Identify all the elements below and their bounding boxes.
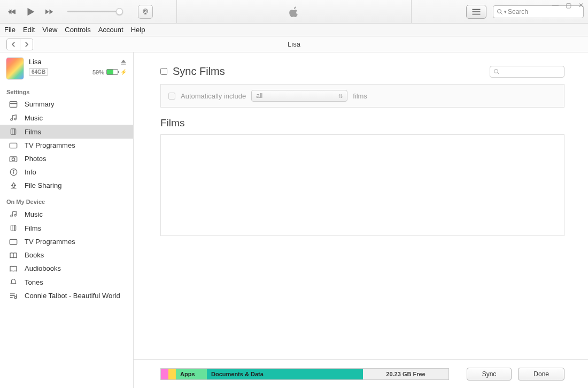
sidebar-item-info[interactable]: Info [0,165,133,179]
storage-seg-docs: Documents & Data [207,369,363,379]
window-controls: — ▢ ✕ [552,2,585,9]
bottom-bar: Apps Documents & Data 20.23 GB Free Sync… [134,359,588,388]
menu-account[interactable]: Account [98,26,123,34]
device-thumbnail[interactable] [6,58,24,79]
sidebar-item-label: Tones [25,278,43,286]
menu-bar: File Edit View Controls Account Help [0,24,588,36]
svg-point-21 [14,215,17,217]
maximize-icon[interactable]: ▢ [564,2,572,9]
menu-file[interactable]: File [4,26,16,34]
chevron-updown-icon: ⇅ [338,93,343,99]
auto-include-checkbox[interactable] [168,93,175,100]
menu-help[interactable]: Help [131,26,145,34]
sidebar-item-label: Photos [25,155,46,163]
sidebar-item-summary[interactable]: Summary [0,97,133,111]
menu-controls[interactable]: Controls [65,26,90,34]
sidebar-item-films[interactable]: Films [0,125,133,139]
storage-seg-free: 20.23 GB Free [363,369,448,379]
sidebar-item-label: Films [25,224,41,232]
play-icon[interactable] [25,6,36,18]
search-placeholder: Search [508,8,528,16]
player-bar: ▾ Search — ▢ ✕ [0,0,588,24]
books-icon [9,252,18,259]
sidebar-item-label: Connie Talbot - Beautiful World [25,292,120,300]
sidebar-item-label: Info [25,168,36,176]
films-search-input[interactable] [490,66,564,78]
svg-point-19 [13,170,13,171]
films-section-header: Films [160,117,564,129]
next-icon[interactable] [44,7,53,17]
sidebar-item-label: Books [25,251,44,259]
sidebar-section-settings: Settings [0,82,133,97]
sidebar-section-device: On My Device [0,192,133,207]
audiobooks-icon [9,265,18,272]
music-icon [9,113,18,122]
svg-point-31 [494,69,498,73]
minimize-icon[interactable]: — [552,2,559,9]
svg-point-0 [143,9,148,13]
svg-rect-14 [10,143,17,148]
sidebar-item-device-tv[interactable]: TV Programmes [0,235,133,248]
tones-icon [9,278,18,286]
volume-slider[interactable] [67,11,121,12]
done-button[interactable]: Done [518,368,564,381]
svg-rect-11 [11,129,16,135]
battery-status: 59% ⚡ [92,69,127,75]
sync-films-checkbox[interactable] [160,68,167,75]
sidebar-item-label: TV Programmes [25,238,75,246]
volume-thumb[interactable] [116,8,123,15]
sidebar-item-label: Films [25,128,41,136]
films-icon [9,127,18,136]
storage-seg-audio [161,369,168,379]
eject-icon[interactable] [120,59,127,65]
music-icon [9,210,18,218]
svg-line-6 [501,12,502,14]
sidebar-item-label: Summary [25,100,55,108]
svg-line-32 [498,72,499,74]
svg-point-10 [14,118,17,120]
sidebar-item-music[interactable]: Music [0,111,133,125]
device-header: Lisa 64GB 59% ⚡ [0,52,133,82]
now-playing-area [176,0,412,23]
battery-icon [106,69,118,75]
device-name: Lisa [29,58,42,66]
sidebar-item-photos[interactable]: Photos [0,152,133,165]
auto-include-dropdown[interactable]: all ⇅ [251,90,347,102]
auto-include-pre: Automatically include [181,92,246,100]
sidebar-item-device-books[interactable]: Books [0,248,133,262]
sidebar-item-device-playlist[interactable]: Connie Talbot - Beautiful World [0,289,133,302]
sync-button[interactable]: Sync [467,368,512,381]
main-content: Sync Films Automatically include all ⇅ f… [134,52,588,388]
films-list-box [160,134,564,236]
svg-rect-25 [10,239,17,244]
menu-edit[interactable]: Edit [23,26,35,34]
sidebar-item-device-films[interactable]: Films [0,221,133,235]
nav-bar: Lisa [0,36,588,52]
search-icon [493,69,500,75]
apple-logo-icon [288,5,300,19]
previous-icon[interactable] [7,7,17,17]
close-icon[interactable]: ✕ [577,2,585,9]
sidebar: Lisa 64GB 59% ⚡ Settings Summary [0,52,134,388]
sidebar-item-device-audiobooks[interactable]: Audiobooks [0,262,133,275]
auto-include-bar: Automatically include all ⇅ films [160,84,564,108]
charging-icon: ⚡ [120,69,127,75]
photos-icon [9,155,18,163]
summary-icon [9,101,18,108]
svg-point-5 [498,9,501,13]
sidebar-item-device-tones[interactable]: Tones [0,275,133,289]
airplay-button[interactable] [138,5,153,19]
sidebar-item-tv[interactable]: TV Programmes [0,139,133,152]
auto-include-post: films [353,92,367,100]
sidebar-item-device-music[interactable]: Music [0,207,133,221]
menu-view[interactable]: View [42,26,57,34]
films-icon [9,224,18,232]
sidebar-item-label: Audiobooks [25,264,61,272]
sync-title: Sync Films [173,65,225,78]
capacity-badge: 64GB [29,68,48,76]
player-controls [0,5,153,19]
sidebar-item-label: TV Programmes [25,141,75,149]
sidebar-item-filesharing[interactable]: File Sharing [0,179,133,192]
app-body: Lisa 64GB 59% ⚡ Settings Summary [0,52,588,388]
list-view-button[interactable] [466,5,486,19]
